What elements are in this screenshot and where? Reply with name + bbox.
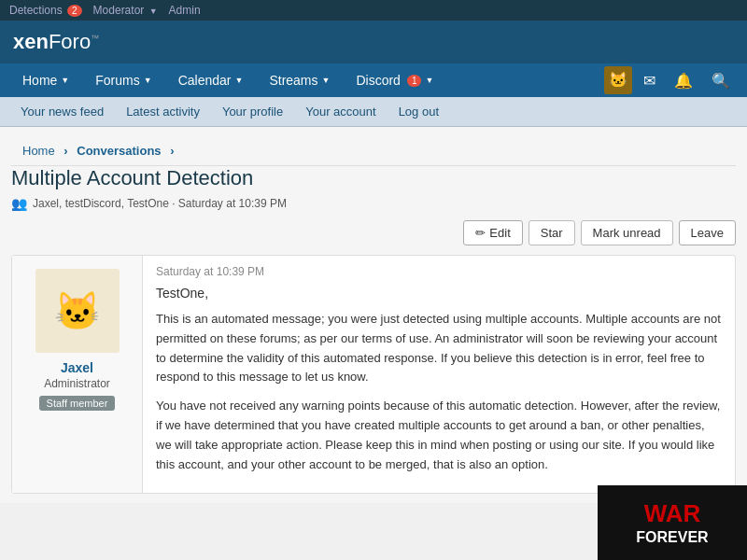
watermark-text: WAR FOREVER <box>636 499 708 504</box>
subnav-news-feed[interactable]: Your news feed <box>9 97 115 126</box>
calendar-dropdown-arrow: ▼ <box>234 76 243 85</box>
breadcrumb-home[interactable]: Home <box>22 144 55 158</box>
streams-dropdown-arrow: ▼ <box>322 76 331 85</box>
message-timestamp: Saturday at 10:39 PM <box>156 265 722 278</box>
logo-xen: xen <box>13 30 49 53</box>
discord-dropdown-arrow: ▼ <box>425 76 433 85</box>
nav-home[interactable]: Home ▼ <box>9 63 82 97</box>
pencil-icon: ✏ <box>475 226 486 240</box>
nav-calendar[interactable]: Calendar ▼ <box>165 63 257 97</box>
breadcrumb: Home › Conversations › <box>11 136 736 166</box>
nav-streams[interactable]: Streams ▼ <box>256 63 343 97</box>
breadcrumb-separator-2: › <box>170 144 174 158</box>
nav-icons: 🐱 ✉ 🔔 🔍 <box>604 66 738 95</box>
conversation-meta: 👥 Jaxel, testDiscord, TestOne · Saturday… <box>11 196 736 211</box>
moderator-menu[interactable]: Moderator ▼ <box>93 4 158 17</box>
author-role: Administrator <box>44 377 110 390</box>
staff-badge: Staff member <box>39 396 116 411</box>
subnav-log-out[interactable]: Log out <box>388 97 450 126</box>
messages-icon[interactable]: ✉ <box>636 66 663 95</box>
message-paragraph-2: You have not received any warning points… <box>156 397 722 474</box>
nav-forums[interactable]: Forums ▼ <box>82 63 164 97</box>
star-button[interactable]: Star <box>529 220 575 245</box>
main-navigation: Home ▼ Forums ▼ Calendar ▼ Streams ▼ Dis… <box>0 63 747 97</box>
logo-foro: Foro <box>49 30 91 53</box>
message-sidebar: 🐱 Jaxel Administrator Staff member <box>12 256 143 493</box>
watermark-war: WAR <box>636 499 708 504</box>
participants-icon: 👥 <box>11 196 27 211</box>
alerts-icon[interactable]: 🔔 <box>667 66 700 95</box>
detections-badge: 2 <box>67 5 82 17</box>
breadcrumb-separator-1: › <box>63 144 67 158</box>
mark-unread-button[interactable]: Mark unread <box>581 220 673 245</box>
edit-button[interactable]: ✏ Edit <box>463 220 522 245</box>
action-bar: ✏ Edit Star Mark unread Leave <box>11 220 736 245</box>
page-title: Multiple Account Detection <box>11 166 736 190</box>
logo-bar: xenForo™ <box>0 21 747 63</box>
sub-navigation: Your news feed Latest activity Your prof… <box>0 97 747 127</box>
avatar-image: 🐱 <box>35 269 120 353</box>
search-icon[interactable]: 🔍 <box>704 66 738 95</box>
home-dropdown-arrow: ▼ <box>61 76 69 85</box>
leave-button[interactable]: Leave <box>679 220 736 245</box>
message-body: Saturday at 10:39 PM TestOne, This is an… <box>143 256 735 493</box>
moderator-dropdown-arrow: ▼ <box>149 7 158 16</box>
subnav-your-account[interactable]: Your account <box>294 97 387 126</box>
logo-tm: ™ <box>91 34 99 43</box>
nav-discord[interactable]: Discord 1 ▼ <box>343 63 446 97</box>
user-avatar-nav[interactable]: 🐱 <box>604 66 632 94</box>
nav-items: Home ▼ Forums ▼ Calendar ▼ Streams ▼ Dis… <box>9 63 604 97</box>
breadcrumb-conversations[interactable]: Conversations <box>77 144 161 158</box>
subnav-latest-activity[interactable]: Latest activity <box>115 97 211 126</box>
admin-link[interactable]: Admin <box>169 4 201 17</box>
participants-list: Jaxel, testDiscord, TestOne · Saturday a… <box>33 197 287 210</box>
author-username[interactable]: Jaxel <box>61 360 93 375</box>
forums-dropdown-arrow: ▼ <box>144 76 152 85</box>
admin-bar: Detections 2 Moderator ▼ Admin <box>0 0 747 21</box>
message-container: 🐱 Jaxel Administrator Staff member Satur… <box>11 255 736 494</box>
page-content: Home › Conversations › Multiple Account … <box>0 127 747 503</box>
subnav-your-profile[interactable]: Your profile <box>211 97 294 126</box>
message-paragraph-1: This is an automated message; you were j… <box>156 310 722 387</box>
author-avatar: 🐱 <box>35 269 120 353</box>
site-logo[interactable]: xenForo™ <box>13 30 99 54</box>
discord-badge: 1 <box>407 75 422 87</box>
watermark-overlay: WAR FOREVER <box>598 485 747 503</box>
message-text: This is an automated message; you were j… <box>156 310 722 474</box>
detections-link[interactable]: Detections 2 <box>9 4 82 17</box>
message-greeting: TestOne, <box>156 286 722 301</box>
